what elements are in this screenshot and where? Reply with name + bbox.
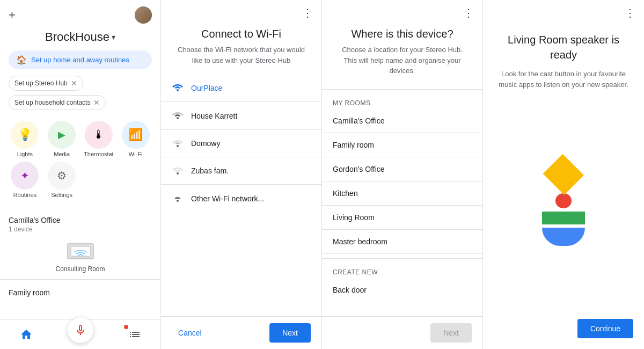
diamond-shape: [543, 154, 584, 194]
room-familyroom[interactable]: Family room: [322, 133, 482, 157]
bottom-nav: [0, 319, 160, 349]
routines-icon-box: ✦: [11, 162, 39, 190]
room-kitchen[interactable]: Kitchen: [322, 181, 482, 206]
media-label: Media: [54, 151, 70, 157]
media-icon-box: ▶: [48, 121, 76, 149]
device-routines[interactable]: ✦ Routines: [9, 162, 41, 198]
wifi-name-zubasfam: Zubas fam.: [191, 166, 229, 175]
chip-household-label: Set up household contacts: [14, 99, 90, 106]
wifi-name-other: Other Wi-Fi network...: [191, 194, 264, 203]
device-media[interactable]: ▶ Media: [46, 121, 78, 157]
wifi-panel-subtitle: Choose the Wi-Fi network that you would …: [161, 42, 321, 74]
avatar-image: [135, 6, 152, 24]
wifi-network-ourplace[interactable]: OurPlace: [161, 74, 321, 102]
continue-button[interactable]: Continue: [577, 319, 633, 338]
avatar[interactable]: [135, 6, 152, 24]
svg-point-3: [177, 117, 179, 119]
chip-household[interactable]: Set up household contacts ✕: [9, 95, 106, 110]
svg-point-6: [177, 200, 179, 202]
ready-more-options-icon[interactable]: ⋮: [625, 6, 635, 19]
ready-subtitle: Look for the cast button in your favouri…: [483, 67, 644, 98]
lights-label: Lights: [17, 151, 33, 157]
room2-title-text: Family room: [9, 288, 50, 297]
location-panel-header: ⋮: [322, 0, 482, 24]
home-panel: + BrockHouse ▾ 🏠 Set up home and away ro…: [0, 0, 161, 349]
nav-list[interactable]: [124, 324, 145, 345]
device-lights[interactable]: 💡 Lights: [9, 121, 41, 157]
location-next-button: Next: [430, 323, 472, 343]
settings-label: Settings: [51, 192, 72, 198]
room-livingroom[interactable]: Living Room: [322, 206, 482, 230]
wifi-name-domowy: Domowy: [191, 139, 220, 148]
routines-label: Routines: [13, 192, 36, 198]
room-masterbedroom[interactable]: Master bedroom: [322, 230, 482, 254]
room-gordonsoffice[interactable]: Gordon's Office: [322, 157, 482, 181]
wifi-other-icon: [172, 192, 184, 205]
settings-icon-box: ⚙: [48, 162, 76, 190]
consulting-room-label: Consulting Room: [55, 265, 105, 273]
room-list-divider: [322, 258, 482, 259]
wifi-network-domowy[interactable]: Domowy: [161, 130, 321, 157]
wifi-panel-footer: Cancel Next: [161, 316, 321, 349]
device-wifi[interactable]: 📶 Wi-Fi: [119, 121, 152, 157]
wifi-signal-icon-ourplace: [172, 82, 184, 94]
create-new-header: Create new: [322, 263, 482, 278]
add-icon[interactable]: +: [9, 8, 16, 22]
chip-household-close[interactable]: ✕: [93, 98, 100, 107]
home-icon: 🏠: [16, 55, 27, 65]
wifi-signal-icon-zubasfam: [172, 165, 184, 177]
mic-fab[interactable]: [68, 317, 93, 343]
wifi-network-housekarrett[interactable]: House Karrett: [161, 102, 321, 130]
thermostat-label: Thermostat: [84, 151, 114, 157]
wifi-name-housekarrett: House Karrett: [191, 112, 237, 120]
consulting-room-icon: [63, 237, 98, 263]
room1-count: 1 device: [9, 226, 152, 233]
thermostat-icon-box: 🌡: [85, 121, 113, 149]
more-options-icon[interactable]: ⋮: [302, 6, 313, 19]
wifi-icon-box: 📶: [122, 121, 150, 149]
rectangle-shape: [542, 212, 585, 224]
chevron-down-icon: ▾: [112, 33, 115, 41]
wifi-network-other[interactable]: Other Wi-Fi network...: [161, 185, 321, 212]
device-grid-row1: 💡 Lights ▶ Media 🌡 Thermostat 📶 Wi-Fi: [0, 117, 160, 159]
device-grid-row2: ✦ Routines ⚙ Settings: [0, 159, 160, 202]
room-backdoor[interactable]: Back door: [322, 278, 482, 302]
device-thermostat[interactable]: 🌡 Thermostat: [83, 121, 115, 157]
nav-home[interactable]: [16, 324, 37, 345]
routine-banner[interactable]: 🏠 Set up home and away routines: [9, 50, 152, 69]
google-figure: [483, 98, 644, 312]
room-list: My rooms Camilla's Office Family room Go…: [322, 94, 482, 317]
room1-title: Camilla's Office: [9, 216, 152, 224]
wifi-signal-icon-housekarrett: [172, 110, 184, 122]
next-button[interactable]: Next: [269, 323, 311, 343]
wifi-panel: ⋮ Connect to Wi-Fi Choose the Wi-Fi netw…: [161, 0, 322, 349]
home-top-bar: +: [0, 0, 160, 26]
svg-point-4: [177, 145, 179, 147]
svg-point-5: [177, 172, 179, 174]
wifi-network-list: OurPlace House Karrett Domow: [161, 74, 321, 316]
wifi-network-zubasfam[interactable]: Zubas fam.: [161, 157, 321, 185]
half-circle-shape: [542, 228, 585, 246]
room-section-2: Family room: [0, 284, 160, 301]
wifi-panel-title: Connect to Wi-Fi: [161, 24, 321, 42]
device-settings[interactable]: ⚙ Settings: [46, 162, 78, 198]
wifi-label: Wi-Fi: [129, 151, 143, 157]
svg-point-2: [177, 89, 179, 91]
cancel-button[interactable]: Cancel: [172, 324, 208, 341]
home-title[interactable]: BrockHouse ▾: [0, 26, 160, 50]
room-camillaoffice[interactable]: Camilla's Office: [322, 109, 482, 133]
room-section-1: Camilla's Office 1 device Consulting Roo…: [0, 212, 160, 275]
location-panel-title: Where is this device?: [322, 24, 482, 42]
ready-panel-header: ⋮: [483, 0, 644, 24]
circle-shape: [555, 193, 572, 208]
location-more-options-icon[interactable]: ⋮: [463, 6, 474, 19]
chip-stereo-hub[interactable]: Set up Stereo Hub ✕: [9, 76, 83, 91]
chip-stereo-close[interactable]: ✕: [71, 79, 77, 88]
ready-title: Living Room speaker is ready: [483, 24, 644, 67]
consulting-room-card[interactable]: Consulting Room: [9, 237, 152, 273]
lights-icon-box: 💡: [11, 121, 39, 149]
routine-banner-text: Set up home and away routines: [31, 56, 129, 64]
wifi-panel-header: ⋮: [161, 0, 321, 24]
divider-1: [0, 207, 160, 207]
home-name-text: BrockHouse: [45, 30, 109, 44]
